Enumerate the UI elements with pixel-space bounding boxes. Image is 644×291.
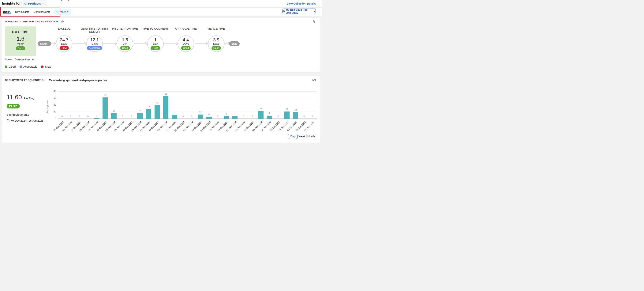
legend-item-good: Good: [5, 65, 16, 68]
y-tick-label: 40: [50, 104, 56, 106]
chevron-down-icon: [67, 11, 69, 13]
y-axis-ticks: 020406080: [50, 91, 56, 119]
flow-node-status-badge: Good: [120, 46, 130, 50]
bar-value-label: 0: [240, 115, 248, 118]
flow-node-label-time-to-comment: TIME TO COMMENT: [140, 27, 171, 30]
lead-time-card-title: DORA LEAD TIME FOR CHANGES REPORT: [5, 20, 64, 23]
bar-value-label: 0: [179, 115, 187, 118]
view-collection-details-link[interactable]: View Collection Details: [287, 2, 316, 5]
total-time-box: TOTAL TIME 1.6 month Good: [5, 27, 36, 56]
calendar-icon: [282, 10, 285, 13]
bar-value-label: 0: [75, 115, 84, 118]
bar-03-Jan-2025: [293, 112, 298, 119]
tab-dora[interactable]: DORA: [3, 8, 11, 16]
bar-value-label: 0: [188, 115, 196, 118]
product-selector-button[interactable]: All Products: [21, 1, 47, 6]
tab-items: DORADev InsightsSprint Insights: [3, 8, 50, 16]
legend-label: Acceptable: [23, 65, 38, 68]
bar-17-Dec-2024: [146, 109, 151, 119]
period-button-week[interactable]: Week: [297, 134, 307, 139]
bar-value-label: 0: [274, 115, 282, 118]
flow-node-unit: Days: [92, 42, 98, 45]
flow-start-pill: START: [38, 41, 51, 46]
show-value: Average time: [14, 58, 30, 61]
clipped-content-artifact: [61, 0, 62, 1]
show-label: Show:: [5, 58, 12, 61]
flow-end-pill: END: [229, 41, 240, 46]
y-tick-label: 20: [50, 110, 56, 113]
bar-value-label: 66: [162, 93, 170, 95]
tabs: DORADev InsightsSprint Insights +3 more: [3, 8, 71, 16]
legend-label: Slow: [45, 65, 51, 68]
bar-value-label: 0: [84, 115, 92, 118]
info-icon[interactable]: [42, 79, 44, 82]
period-button-month[interactable]: Month: [306, 134, 316, 139]
flow-node-approval-time: 4.4DaysGood: [178, 35, 194, 52]
flow-node-status-badge: Acceptable: [87, 46, 102, 50]
deployment-rate-unit: Per Day: [24, 97, 34, 100]
bar-value-label: 23: [257, 107, 265, 110]
flow-node-unit: Days: [213, 42, 219, 45]
flow-node-value: 24.7: [60, 38, 68, 42]
bar-11-Dec-2024: [94, 118, 99, 119]
bar-value-label: 21: [283, 108, 291, 111]
flow-node-time-to-comment: 1DayGood: [147, 35, 164, 52]
bar-24-Dec-2024: [206, 117, 212, 119]
legend-item-slow: Slow: [41, 65, 51, 68]
flow-node-status-badge: Good: [150, 46, 160, 50]
page-title: Insights for: [2, 2, 21, 6]
legend-swatch: [5, 66, 7, 68]
bar-value-label: 62: [101, 94, 109, 97]
bar-value-label: 0: [214, 115, 222, 118]
date-range-button[interactable]: 07 Dec 2024 - 05 Jan 2025: [282, 9, 316, 14]
flow-node-label-pr-creation-time: PR CREATION TIME: [110, 27, 140, 30]
flow-node-lead-time-to-first-commit: 12.1DaysAcceptable: [86, 35, 103, 52]
flow-node-pr-creation-time: 1.6DayGood: [116, 35, 133, 52]
total-deployments: 348 deployments: [7, 113, 29, 116]
bar-value-label: 0: [308, 115, 317, 118]
bar-value-label: 8: [222, 112, 230, 115]
total-time-label: TOTAL TIME: [12, 31, 30, 34]
top-bar: Insights for All Products View Collectio…: [0, 0, 322, 16]
flow-node-value: 1.6: [122, 38, 128, 42]
bar-30-Dec-2024: [258, 111, 264, 119]
tab-sprint-insights[interactable]: Sprint Insights: [34, 8, 50, 16]
bar-18-Dec-2024: [154, 105, 160, 119]
bar-20-Dec-2024: [172, 115, 177, 119]
info-icon[interactable]: [61, 20, 64, 23]
more-tabs-button[interactable]: +3 more: [54, 9, 72, 15]
flow-node-label-merge-time: MERGE TIME: [201, 27, 232, 30]
y-axis-title: Deployments: [46, 100, 49, 113]
legend-swatch: [20, 66, 22, 68]
dashboard-page: Insights for All Products View Collectio…: [0, 0, 322, 146]
chart-settings-icon[interactable]: [312, 20, 316, 24]
chart-title: Time series graph based on deployments p…: [49, 79, 107, 82]
tab-dev-insights[interactable]: Dev Insights: [15, 8, 30, 16]
bar-value-label: 0: [118, 115, 127, 118]
flow-node-value: 3.9: [213, 38, 219, 42]
bar-value-label: 40: [153, 101, 162, 104]
chart-settings-icon[interactable]: [312, 79, 316, 82]
bar-value-label: 7: [231, 113, 239, 115]
flow-node-value: 4.4: [183, 38, 189, 42]
bar-26-Dec-2024: [224, 116, 229, 119]
calendar-icon: [7, 119, 10, 122]
bar-16-Dec-2024: [137, 113, 142, 119]
flow-node-unit: Day: [122, 42, 128, 45]
legend-label: Good: [9, 65, 16, 68]
gridline: [58, 98, 317, 98]
bar-value-label: 17: [136, 109, 144, 112]
bar-value-label: 0: [127, 115, 135, 118]
bar-02-Jan-2025: [284, 112, 290, 119]
period-button-day[interactable]: Day: [288, 134, 298, 139]
deployment-rate-value: 11.60: [7, 94, 22, 101]
show-metric-dropdown[interactable]: Show: Average time: [5, 58, 34, 61]
bar-value-label: 16: [110, 110, 118, 112]
period-toggle: DayWeekMonth: [288, 134, 316, 139]
status-legend: GoodAcceptableSlow: [5, 65, 51, 68]
deployment-rate: 11.60 Per Day: [7, 94, 34, 101]
flow-node-label-approval-time: APPROVAL TIME: [171, 27, 201, 30]
flow-node-status-badge: Good: [212, 46, 221, 50]
lead-time-card: DORA LEAD TIME FOR CHANGES REPORT TOTAL …: [2, 18, 320, 72]
lead-time-card-title-text: DORA LEAD TIME FOR CHANGES REPORT: [5, 20, 60, 23]
